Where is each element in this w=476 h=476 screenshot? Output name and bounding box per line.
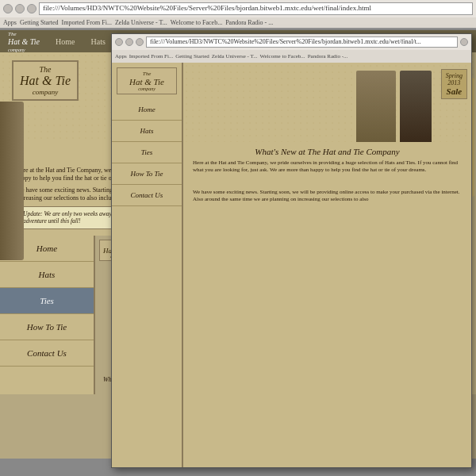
- popup-logo-the: The: [121, 71, 173, 77]
- bookmark-started[interactable]: Getting Started: [20, 19, 59, 26]
- popup-toolbar: file:///Volumes/HD3/NWTC%20Website%20Fil…: [112, 34, 471, 50]
- popup-nav-home[interactable]: Home: [112, 99, 182, 121]
- sidebar-contact-us[interactable]: Contact Us: [0, 340, 94, 367]
- popup-content-text2: We have some exciting news. Starting soo…: [193, 189, 462, 204]
- popup-sale-label: Sale: [446, 86, 463, 96]
- nav-home[interactable]: Home: [56, 37, 75, 46]
- popup-logo: The Hat & Tie company: [117, 67, 177, 94]
- popup-forward-button[interactable]: [125, 38, 133, 46]
- sidebar-hats[interactable]: Hats: [0, 262, 94, 288]
- forward-button[interactable]: [15, 4, 25, 13]
- popup-nav-how-to-tie[interactable]: How To Tie: [112, 163, 182, 185]
- popup-content-text1: Here at the Hat and Tie Company, we prid…: [193, 159, 462, 175]
- popup-content: What's New at The Hat and Tie Company He…: [183, 142, 471, 467]
- logo-hat-tie: Hat & Tie: [20, 74, 71, 88]
- popup-bookmark-zelda[interactable]: Zelda Universe - T...: [212, 53, 258, 60]
- popup-site: The Hat & Tie company Home Hats Ties How…: [112, 63, 471, 467]
- popup-logo-hat-tie: Hat & Tie: [121, 77, 173, 86]
- popup-bookmarks-bar: Apps Imported From Fi... Getting Started…: [112, 50, 471, 63]
- popup-hero-figures: [356, 67, 432, 142]
- popup-refresh-button[interactable]: [136, 38, 144, 46]
- popup-bookmark-imported[interactable]: Imported From Fi...: [129, 53, 173, 60]
- popup-spring-label: Spring: [446, 72, 463, 79]
- site-logo: The Hat & Tie company: [12, 60, 79, 101]
- popup-window: file:///Volumes/HD3/NWTC%20Website%20Fil…: [111, 33, 472, 468]
- popup-spring-badge: Spring 2013 Sale: [441, 69, 467, 99]
- popup-bookmark-facebook[interactable]: Welcome to Faceb...: [259, 53, 305, 60]
- nav-hats[interactable]: Hats: [90, 37, 105, 46]
- popup-chrome: file:///Volumes/HD3/NWTC%20Website%20Fil…: [112, 34, 471, 63]
- popup-sidebar: The Hat & Tie company Home Hats Ties How…: [112, 63, 183, 467]
- sidebar-ties[interactable]: Ties: [0, 288, 94, 314]
- bookmark-zelda[interactable]: Zelda Universe - T...: [115, 19, 167, 26]
- bookmark-apps[interactable]: Apps: [3, 19, 17, 26]
- popup-bookmark-started[interactable]: Getting Started: [175, 53, 209, 60]
- browser-toolbar: file:///Volumes/HD3/NWTC%20Website%20Fil…: [0, 0, 476, 17]
- popup-bookmark-apps[interactable]: Apps: [115, 53, 127, 60]
- popup-year-label: 2013: [446, 79, 463, 86]
- sidebar-how-to-tie[interactable]: How To Tie: [0, 314, 94, 340]
- popup-main: Spring 2013 Sale What's New at The Hat a…: [183, 63, 471, 467]
- popup-bookmark-pandora[interactable]: Pandora Radio -...: [308, 53, 348, 60]
- address-bar[interactable]: file:///Volumes/HD3/NWTC%20Website%20Fil…: [39, 2, 473, 15]
- popup-nav-ties[interactable]: Ties: [112, 142, 182, 163]
- popup-hero: Spring 2013 Sale: [183, 63, 471, 142]
- popup-figure-right: [400, 71, 432, 142]
- refresh-button[interactable]: [27, 4, 36, 13]
- popup-nav-contact-us[interactable]: Contact Us: [112, 185, 182, 206]
- coatrack-decoration: [0, 102, 24, 260]
- popup-nav-hats[interactable]: Hats: [112, 121, 182, 142]
- bookmark-pandora[interactable]: Pandora Radio - ...: [225, 19, 273, 26]
- logo-company: company: [20, 88, 71, 96]
- bookmark-facebook[interactable]: Welcome to Faceb...: [171, 19, 222, 26]
- bookmarks-bar: Apps Getting Started Imported From Fi...…: [0, 17, 476, 28]
- nav-logo: The Hat & Tie company: [8, 30, 40, 53]
- back-button[interactable]: [3, 4, 13, 13]
- popup-address-bar[interactable]: file:///Volumes/HD3/NWTC%20Website%20Fil…: [146, 36, 458, 48]
- popup-go-button[interactable]: [460, 38, 468, 46]
- popup-figure-left: [356, 71, 396, 142]
- bookmark-imported[interactable]: Imported From Fi...: [62, 19, 112, 26]
- popup-logo-company: company: [121, 86, 173, 91]
- popup-back-button[interactable]: [115, 38, 123, 46]
- popup-content-title: What's New at The Hat and Tie Company: [193, 147, 462, 156]
- logo-the: The: [20, 65, 71, 74]
